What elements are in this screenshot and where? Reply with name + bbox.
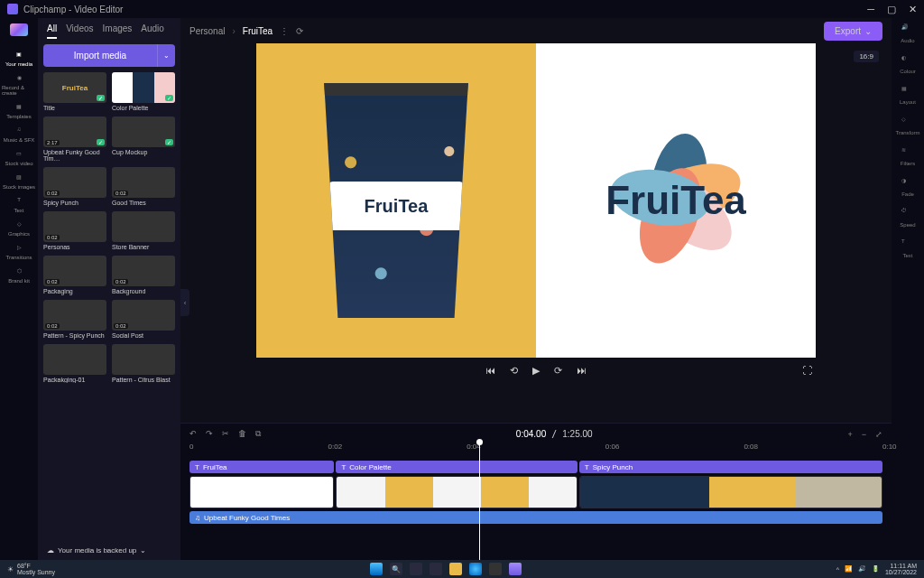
video-clip[interactable] (579, 476, 882, 508)
media-label: Pattern - Citrus Blast (112, 377, 175, 383)
delete-icon[interactable]: 🗑 (238, 429, 246, 439)
audio-icon: 🔊 (901, 23, 914, 36)
zoom-out-icon[interactable]: − (862, 430, 866, 439)
battery-icon[interactable]: 🔋 (872, 565, 880, 573)
breadcrumb-project[interactable]: FruiTea (243, 26, 273, 36)
video-track[interactable] (189, 476, 882, 508)
rewind-icon[interactable]: ⟲ (510, 365, 518, 377)
rightrail-text[interactable]: TText (901, 238, 914, 258)
skip-back-icon[interactable]: ⏮ (485, 365, 495, 376)
terminal-icon[interactable] (489, 563, 502, 575)
tab-videos[interactable]: Videos (66, 23, 93, 39)
rightrail-layout[interactable]: ▦Layout (900, 85, 916, 105)
rail-text[interactable]: TText (2, 191, 36, 215)
rail-graphics[interactable]: ◇Graphics (2, 215, 36, 238)
tab-images[interactable]: Images (103, 23, 133, 39)
audio-clip[interactable]: ♫ Upbeat Funky Good Times (189, 511, 882, 524)
skip-forward-icon[interactable]: ⏭ (577, 365, 587, 376)
clipchamp-taskbar-icon[interactable] (509, 563, 522, 575)
rail-record-create[interactable]: ◉Record & create (2, 69, 36, 98)
export-button[interactable]: Export ⌄ (824, 22, 882, 41)
video-clip[interactable] (336, 476, 577, 508)
redo-icon[interactable]: ↷ (206, 429, 213, 439)
rail-your-media[interactable]: ▣Your media (2, 45, 36, 69)
add-track-icon[interactable]: + (847, 430, 852, 439)
title-clip[interactable]: TFruiTea (189, 461, 334, 473)
title-track[interactable]: TFruiTeaTColor PaletteTSpicy Punch (189, 461, 882, 473)
panel-collapse-button[interactable]: ‹ (180, 289, 189, 316)
rightrail-fade[interactable]: ◑Fade (901, 177, 914, 197)
title-clip[interactable]: TSpicy Punch (579, 461, 882, 473)
media-item[interactable]: Packakging-01 (43, 344, 106, 383)
tray-chevron-icon[interactable]: ^ (836, 566, 839, 573)
sidebar-rail-gradient[interactable] (10, 23, 28, 36)
weather-icon[interactable]: ☀ (7, 565, 14, 573)
volume-icon[interactable]: 🔊 (858, 565, 866, 573)
tab-audio[interactable]: Audio (141, 23, 164, 39)
media-item[interactable]: FruiTea✓Title (43, 72, 106, 111)
rightrail-colour[interactable]: ◐Colour (900, 54, 916, 74)
playhead[interactable] (479, 443, 480, 560)
media-item[interactable]: ✓Cup Mockup (112, 117, 175, 162)
rail-templates[interactable]: ▦Templates (2, 98, 36, 121)
rightrail-filters[interactable]: ≋Filters (901, 146, 915, 166)
copy-icon[interactable]: ⧉ (255, 429, 261, 439)
tab-all[interactable]: All (47, 23, 57, 39)
window-titlebar: Clipchamp - Video Editor ─ ▢ ✕ (0, 0, 924, 18)
media-thumb (112, 211, 175, 242)
media-item[interactable]: 0:02Spicy Punch (43, 167, 106, 206)
forward-icon[interactable]: ⟳ (554, 365, 562, 377)
media-item[interactable]: 0:02Packaging (43, 256, 106, 294)
start-icon[interactable] (370, 563, 383, 575)
rightrail-speed[interactable]: ⏱Speed (900, 208, 915, 228)
rightrail-transform[interactable]: ◇Transform (895, 116, 919, 135)
rail-transitions[interactable]: ▷Transitions (2, 238, 36, 262)
video-clip[interactable] (189, 476, 334, 508)
rail-brand-kit[interactable]: ⬡Brand kit (2, 262, 36, 285)
timeline-ruler[interactable]: 00:020:040:060:080:10 (189, 443, 882, 457)
media-item[interactable]: 0:02Good Times (112, 167, 175, 206)
ruler-tick: 0:10 (882, 443, 897, 451)
media-thumb (112, 344, 175, 375)
fit-icon[interactable]: ⤢ (875, 430, 882, 439)
cut-icon[interactable]: ✂ (222, 429, 229, 439)
maximize-button[interactable]: ▢ (887, 4, 896, 15)
rail-stock-video[interactable]: ▭Stock video (2, 144, 36, 168)
title-clip[interactable]: TColor Palette (336, 461, 577, 473)
media-item[interactable]: Pattern - Citrus Blast (112, 344, 175, 383)
media-thumb: FruiTea✓ (43, 72, 106, 103)
edge-icon[interactable] (469, 563, 482, 575)
media-item[interactable]: 0:02Pattern - Spicy Punch (43, 300, 106, 339)
taskview-icon[interactable] (410, 563, 422, 575)
media-item[interactable]: Store Banner (112, 211, 175, 250)
preview-canvas[interactable]: FruiTea FruiTea (256, 43, 816, 358)
rail-label: Templates (6, 114, 31, 119)
more-icon[interactable]: ⋮ (280, 26, 289, 36)
media-item[interactable]: 0:02Background (112, 256, 175, 294)
fullscreen-icon[interactable]: ⛶ (802, 365, 812, 376)
media-item[interactable]: 2:17✓Upbeat Funky Good Tim… (43, 117, 106, 162)
media-item[interactable]: 0:02Social Post (112, 300, 175, 339)
breadcrumb-root[interactable]: Personal (189, 26, 225, 36)
rightrail-audio[interactable]: 🔊Audio (901, 23, 914, 43)
rail-stock-images[interactable]: ▨Stock images (2, 168, 36, 191)
minimize-button[interactable]: ─ (867, 4, 874, 15)
undo-icon[interactable]: ↶ (189, 429, 197, 439)
backup-status[interactable]: ☁ Your media is backed up ⌄ (43, 541, 175, 560)
sync-icon[interactable]: ⟳ (296, 26, 303, 36)
import-media-chevron[interactable]: ⌄ (157, 44, 175, 67)
wifi-icon[interactable]: 📶 (845, 565, 853, 573)
media-item[interactable]: 0:02Personas (43, 211, 106, 250)
close-button[interactable]: ✕ (909, 4, 917, 15)
play-icon[interactable]: ▶ (532, 365, 540, 377)
weather-widget[interactable]: 68°F Mostly Sunny (17, 563, 55, 575)
explorer-icon[interactable] (449, 563, 462, 575)
chat-icon[interactable] (430, 563, 442, 575)
app-logo-icon (7, 4, 18, 14)
rail-music-sfx[interactable]: ♫Music & SFX (2, 121, 36, 144)
clock[interactable]: 11:11 AM 10/27/2022 (885, 563, 917, 575)
import-media-button[interactable]: Import media (43, 44, 157, 67)
media-item[interactable]: ✓Color Palette (112, 72, 175, 111)
search-icon[interactable]: 🔍 (390, 563, 402, 575)
aspect-ratio-button[interactable]: 16:9 (854, 51, 879, 62)
